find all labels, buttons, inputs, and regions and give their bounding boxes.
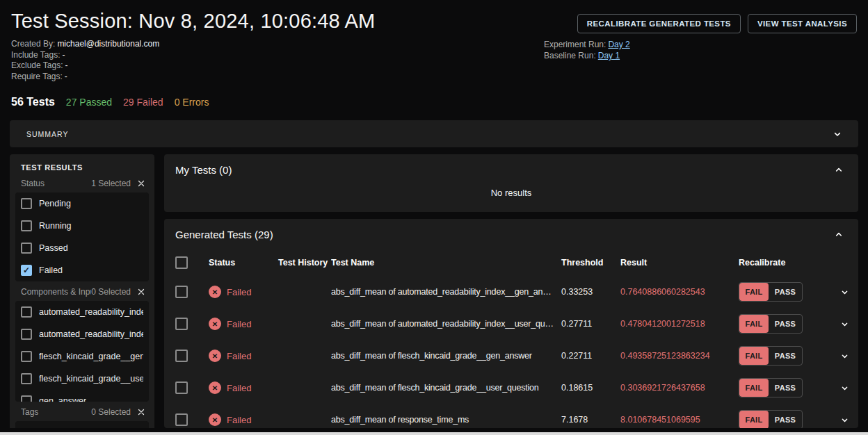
test-name-cell: abs_diff_mean of automated_readability_i… <box>331 319 561 329</box>
component-option[interactable]: flesch_kincaid_grade__gen_answer <box>15 345 149 368</box>
component-option[interactable]: gen_answer <box>15 390 149 402</box>
row-checkbox[interactable] <box>175 286 188 298</box>
recalibrate-fail-button[interactable]: FAIL <box>739 379 769 397</box>
status-option-passed[interactable]: Passed <box>15 237 149 259</box>
close-icon[interactable] <box>136 407 146 417</box>
result-cell: 0.49358725123863234 <box>620 351 739 361</box>
experiment-run-link[interactable]: Day 2 <box>608 40 629 49</box>
status-cell: ✕Failed <box>209 318 278 330</box>
view-test-analysis-button[interactable]: VIEW TEST ANALYSIS <box>748 14 857 33</box>
session-meta: Created By:michael@distributional.com In… <box>11 39 375 82</box>
run-links: Experiment Run:Day 2 Baseline Run:Day 1 <box>544 39 630 61</box>
close-icon[interactable] <box>136 287 146 297</box>
chevron-up-icon[interactable] <box>833 164 844 175</box>
threshold-cell: 0.33253 <box>561 287 620 297</box>
generated-tests-panel: Generated Tests (29) Status Test History… <box>164 219 858 428</box>
recalibrate-generated-tests-button[interactable]: RECALIBRATE GENERATED TESTS <box>577 14 741 33</box>
row-checkbox[interactable] <box>175 318 188 330</box>
status-cell: ✕Failed <box>209 350 278 362</box>
component-option[interactable]: automated_readability_index__gen_answer <box>15 301 149 323</box>
no-results-text: No results <box>164 185 858 198</box>
row-checkbox[interactable] <box>175 381 188 394</box>
chevron-up-icon[interactable] <box>833 229 844 240</box>
recalibrate-toggle: FAILPASS <box>739 346 803 366</box>
checkbox-icon[interactable] <box>21 220 32 231</box>
components-filter-options: automated_readability_index__gen_answer … <box>15 301 149 402</box>
chevron-down-icon[interactable] <box>832 129 843 140</box>
generated-tests-accordion[interactable]: Generated Tests (29) <box>164 219 858 249</box>
page-header: Test Session: Nov 8, 2024, 10:06:48 AM C… <box>0 0 868 82</box>
recalibrate-pass-button[interactable]: PASS <box>769 379 802 397</box>
test-name-cell: abs_diff_mean of automated_readability_i… <box>331 287 561 297</box>
header-right: RECALIBRATE GENERATED TESTS VIEW TEST AN… <box>544 10 857 82</box>
baseline-run-link[interactable]: Day 1 <box>598 51 620 60</box>
status-cell: ✕Failed <box>209 381 278 394</box>
status-cell: ✕Failed <box>209 286 278 298</box>
recalibrate-fail-button[interactable]: FAIL <box>739 283 769 301</box>
select-all-checkbox[interactable] <box>175 256 188 269</box>
table-row: ✕Failed abs_diff_mean of response_time_m… <box>164 404 858 428</box>
recalibrate-fail-button[interactable]: FAIL <box>739 347 769 365</box>
threshold-cell: 0.27711 <box>561 319 620 329</box>
close-icon[interactable] <box>136 179 146 188</box>
page-title: Test Session: Nov 8, 2024, 10:06:48 AM <box>11 10 375 33</box>
checkbox-icon[interactable] <box>21 329 32 340</box>
status-option-pending[interactable]: Pending <box>15 192 149 215</box>
test-name-cell: abs_diff_mean of flesch_kincaid_grade__g… <box>331 351 561 361</box>
summary-accordion[interactable]: SUMMARY <box>10 120 858 147</box>
failed-icon: ✕ <box>209 318 221 330</box>
test-name-cell: abs_diff_mean of flesch_kincaid_grade__u… <box>331 383 561 393</box>
expand-row-button[interactable] <box>830 351 858 361</box>
checkbox-icon[interactable] <box>21 373 32 384</box>
recalibrate-pass-button[interactable]: PASS <box>769 315 802 333</box>
test-counts: 56 Tests 27 Passed 29 Failed 0 Errors <box>11 96 857 108</box>
test-session-page: Test Session: Nov 8, 2024, 10:06:48 AM C… <box>0 0 868 435</box>
sidebar-title: TEST RESULTS <box>10 154 154 173</box>
column-header-status: Status <box>209 258 278 268</box>
threshold-cell: 0.18615 <box>561 383 620 393</box>
header-buttons: RECALIBRATE GENERATED TESTS VIEW TEST AN… <box>577 14 857 33</box>
filter-selected-count: 0 Selected <box>91 287 131 297</box>
failed-icon: ✕ <box>209 413 221 426</box>
filter-name: Tags <box>21 407 91 417</box>
my-tests-accordion[interactable]: My Tests (0) <box>164 154 858 185</box>
generated-tests-title: Generated Tests (29) <box>175 229 273 240</box>
expand-row-button[interactable] <box>830 383 858 393</box>
errors-count: 0 Errors <box>175 97 209 108</box>
header-left: Test Session: Nov 8, 2024, 10:06:48 AM C… <box>11 10 375 82</box>
filter-selected-count: 1 Selected <box>91 179 131 188</box>
component-option[interactable]: automated_readability_index__user_questi… <box>15 323 149 345</box>
my-tests-title: My Tests (0) <box>175 164 232 176</box>
column-header-threshold: Threshold <box>561 258 620 268</box>
expand-row-button[interactable] <box>830 319 858 329</box>
baseline-run-row: Baseline Run:Day 1 <box>544 50 630 61</box>
component-option[interactable]: flesch_kincaid_grade__user_question <box>15 368 149 390</box>
checkbox-icon[interactable] <box>21 198 32 209</box>
meta-require-tags: Require Tags:- <box>11 72 375 83</box>
checkbox-icon[interactable] <box>21 243 32 254</box>
meta-created-by: Created By:michael@distributional.com <box>11 39 375 50</box>
row-checkbox[interactable] <box>175 413 188 426</box>
recalibrate-fail-button[interactable]: FAIL <box>739 315 769 333</box>
status-option-running[interactable]: Running <box>15 215 149 237</box>
main-column: My Tests (0) No results Generated Tests … <box>164 154 858 428</box>
threshold-cell: 7.1678 <box>561 415 620 425</box>
result-cell: 0.3036921726437658 <box>620 383 739 393</box>
checkbox-icon[interactable] <box>21 395 32 402</box>
column-header-result: Result <box>620 258 739 268</box>
recalibrate-pass-button[interactable]: PASS <box>769 283 802 301</box>
checkbox-icon[interactable] <box>21 351 32 362</box>
expand-row-button[interactable] <box>830 287 858 297</box>
recalibrate-fail-button[interactable]: FAIL <box>739 411 769 428</box>
total-tests-count: 56 Tests <box>11 96 55 108</box>
horizontal-scrollbar[interactable] <box>0 432 868 435</box>
recalibrate-pass-button[interactable]: PASS <box>769 411 802 428</box>
expand-row-button[interactable] <box>830 415 858 425</box>
meta-include-tags: Include Tags:- <box>11 50 375 61</box>
checkbox-checked-icon[interactable]: ✓ <box>21 265 32 276</box>
recalibrate-pass-button[interactable]: PASS <box>769 347 802 365</box>
result-cell: 0.4780412001272518 <box>620 319 739 329</box>
status-option-failed[interactable]: ✓Failed <box>15 259 149 281</box>
row-checkbox[interactable] <box>175 350 188 362</box>
checkbox-icon[interactable] <box>21 306 32 318</box>
